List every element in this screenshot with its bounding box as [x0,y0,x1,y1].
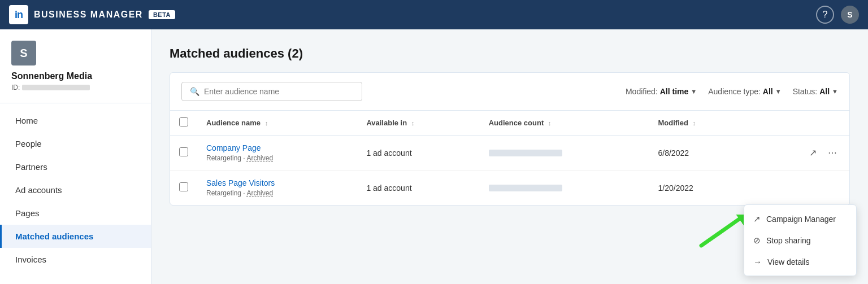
dropdown-item-stop-sharing[interactable]: ⊘ Stop sharing [744,230,856,251]
filters: Modified: All time ▼ Audience type: All … [626,87,838,96]
arrow-svg [698,215,744,248]
row2-count-bar [489,185,562,191]
audiences-table: Audience name ↕ Available in ↕ Audience … [170,111,849,205]
sidebar-item-matched-audiences[interactable]: Matched audiences [0,225,151,248]
sidebar-item-partners[interactable]: Partners [0,155,151,178]
dropdown-menu: ↗ Campaign Manager ⊘ Stop sharing → View… [744,204,857,276]
sidebar-item-ad-accounts[interactable]: Ad accounts [0,178,151,202]
search-input[interactable] [204,87,354,96]
row2-modified: 1/20/2022 [649,171,752,206]
search-icon: 🔍 [190,87,199,96]
view-details-icon: → [753,257,762,266]
sidebar-avatar: S [11,41,36,65]
svg-line-1 [701,219,739,246]
table-row: Sales Page Visitors Retargeting · Archiv… [170,171,849,206]
filter-modified-value: All time [660,87,689,96]
select-all-header [170,111,197,136]
topnav-left: in BUSINESS MANAGER BETA [9,5,175,24]
row1-more-button[interactable]: ⋯ [824,144,840,161]
topnav-right: ? S [816,6,859,24]
sidebar-id-bar [22,85,90,90]
row2-checkbox-cell [170,171,197,206]
col-available-in[interactable]: Available in ↕ [357,111,479,136]
col-audience-name[interactable]: Audience name ↕ [197,111,357,136]
row1-checkbox-cell [170,136,197,171]
row2-name-link[interactable]: Sales Page Visitors [206,178,275,187]
sort-audience-count-icon: ↕ [548,120,552,126]
main-content: Matched audiences (2) 🔍 Modified: All ti… [151,29,868,284]
filter-modified-arrow: ▼ [691,88,697,95]
row2-meta: Retargeting · Archived [206,189,348,197]
dropdown-item-campaign-manager[interactable]: ↗ Campaign Manager [744,208,856,230]
row2-name-cell: Sales Page Visitors Retargeting · Archiv… [197,171,357,206]
col-actions [752,111,849,136]
sidebar-item-people[interactable]: People [0,132,151,155]
filter-audience-type-label: Audience type: [708,87,761,96]
col-audience-count[interactable]: Audience count ↕ [480,111,649,136]
top-navigation: in BUSINESS MANAGER BETA ? S [0,0,868,29]
filter-status-value: All [819,87,830,96]
filter-modified[interactable]: Modified: All time ▼ [626,87,697,96]
row1-count-bar [489,150,562,156]
sidebar: S Sonnenberg Media ID: Home People Partn… [0,29,151,284]
table-toolbar: 🔍 Modified: All time ▼ Audience type: Al… [170,73,849,111]
filter-status[interactable]: Status: All ▼ [793,87,838,96]
campaign-manager-icon: ↗ [753,214,761,224]
filter-audience-type[interactable]: Audience type: All ▼ [708,87,781,96]
filter-audience-type-arrow: ▼ [775,88,782,95]
row2-archived-tag[interactable]: Archived [246,189,273,197]
row1-meta: Retargeting · Archived [206,154,348,162]
page-title: Matched audiences (2) [170,46,850,61]
sidebar-item-pages[interactable]: Pages [0,202,151,225]
more-icon: ⋯ [828,148,837,158]
sidebar-account: S Sonnenberg Media ID: [0,41,151,103]
row1-available-in: 1 ad account [357,136,479,171]
nav-title: BUSINESS MANAGER [34,10,143,20]
filter-status-label: Status: [793,87,818,96]
row1-audience-count [480,136,649,171]
sort-available-in-icon: ↕ [411,120,415,126]
sidebar-item-home[interactable]: Home [0,109,151,132]
search-box: 🔍 [181,82,362,101]
select-all-checkbox[interactable] [179,117,188,126]
row1-external-link-button[interactable]: ↗ [806,144,820,161]
beta-badge: BETA [149,10,175,19]
sidebar-nav: Home People Partners Ad accounts Pages M… [0,109,151,271]
filter-modified-label: Modified: [626,87,658,96]
sort-modified-icon: ↕ [693,120,696,126]
external-link-icon: ↗ [809,148,817,158]
dropdown-view-details-label: View details [767,257,809,266]
row2-checkbox[interactable] [179,182,188,191]
table-card: 🔍 Modified: All time ▼ Audience type: Al… [170,72,850,206]
row2-audience-count [480,171,649,206]
row1-actions: ↗ ⋯ [752,136,849,171]
sidebar-company-name: Sonnenberg Media [11,71,140,81]
row1-checkbox[interactable] [179,147,188,156]
stop-sharing-icon: ⊘ [753,235,761,246]
filter-status-arrow: ▼ [832,88,838,95]
col-modified[interactable]: Modified ↕ [649,111,752,136]
dropdown-stop-sharing-label: Stop sharing [766,236,811,245]
row1-modified: 6/8/2022 [649,136,752,171]
help-icon[interactable]: ? [816,6,834,24]
sidebar-item-invoices[interactable]: Invoices [0,248,151,271]
table-header-row: Audience name ↕ Available in ↕ Audience … [170,111,849,136]
row1-archived-tag[interactable]: Archived [246,154,273,162]
filter-audience-type-value: All [763,87,773,96]
dropdown-item-view-details[interactable]: → View details [744,251,856,272]
sort-audience-name-icon: ↕ [265,120,268,126]
table-row: Company Page Retargeting · Archived 1 ad… [170,136,849,171]
row2-actions [752,171,849,206]
green-arrow [698,215,744,250]
row1-name-link[interactable]: Company Page [206,143,261,152]
row2-available-in: 1 ad account [357,171,479,206]
row1-actions-container: ↗ ⋯ [761,144,840,161]
dropdown-campaign-manager-label: Campaign Manager [766,215,836,224]
user-avatar[interactable]: S [841,6,859,24]
layout: S Sonnenberg Media ID: Home People Partn… [0,29,868,284]
row1-name-cell: Company Page Retargeting · Archived [197,136,357,171]
linkedin-logo: in [9,5,28,24]
sidebar-id: ID: [11,84,140,91]
